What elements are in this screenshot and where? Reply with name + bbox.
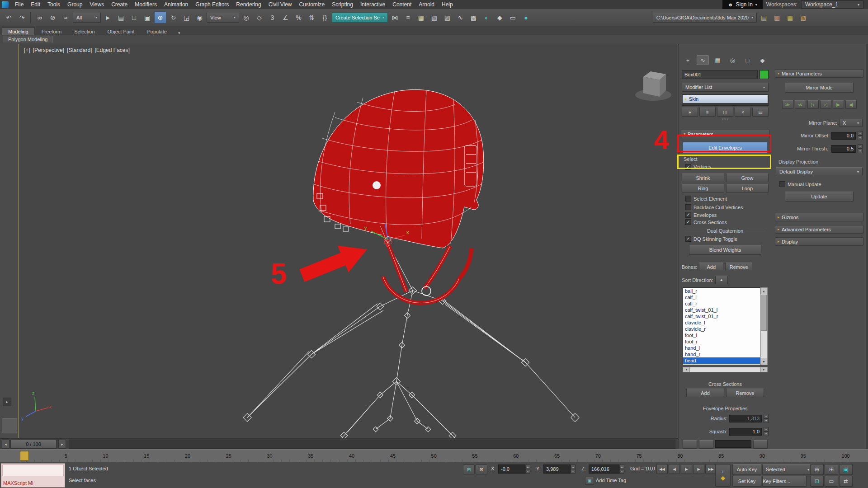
redo-icon[interactable]: ↷ — [16, 11, 28, 23]
ribbon-tab[interactable]: Modeling — [2, 28, 35, 35]
object-color-swatch[interactable] — [760, 70, 769, 79]
play-button[interactable]: ▶ — [681, 464, 692, 474]
bones-scrollbar[interactable]: ▲ ▼ — [760, 287, 768, 365]
select-and-place-icon[interactable]: ◉ — [193, 11, 206, 23]
menu-item[interactable]: Civil View — [265, 0, 296, 9]
cross-section-remove-button[interactable]: Remove — [726, 389, 764, 397]
select-and-move-icon[interactable]: ⊕ — [154, 11, 166, 23]
show-end-result-icon[interactable]: ≡ — [699, 108, 716, 117]
sign-in-button[interactable]: ☻ Sign In ▾ — [722, 0, 763, 9]
hierarchy-tab-icon[interactable]: ▦ — [712, 55, 724, 65]
menu-item[interactable]: Interactive — [357, 0, 389, 9]
mirror-mode-button[interactable]: Mirror Mode — [785, 83, 854, 93]
z-spinner[interactable]: ▴▾ — [619, 465, 624, 474]
ribbon-tab[interactable]: Freeform — [36, 28, 68, 35]
zoom-extents-icon[interactable]: ▣ — [839, 464, 853, 475]
polygon-modeling-panel[interactable]: Polygon Modeling — [3, 36, 53, 43]
previous-frame-button[interactable]: ◀ — [669, 464, 680, 474]
mirror-paste-right-icon[interactable]: ▷ — [807, 100, 819, 109]
spinner-snap-icon[interactable]: ⇅ — [306, 11, 318, 23]
menu-item[interactable]: Views — [86, 0, 108, 9]
set-key-button[interactable]: Set Key — [732, 476, 761, 487]
backface-cull-checkbox[interactable]: Backface Cull Vertices — [680, 204, 770, 210]
set-keys-button[interactable]: + ◆ — [715, 464, 731, 487]
schematic-view-icon[interactable]: ▩ — [467, 11, 480, 23]
maxscript-mini-listener[interactable]: MAXScript Mi — [1, 463, 65, 488]
configure-modifier-sets-icon[interactable]: ▤ — [752, 108, 769, 117]
project-folder-icon[interactable]: ▤ — [758, 11, 770, 23]
mirror-offset-spinner[interactable]: ▴▾ — [858, 131, 863, 140]
viewport-3d-view[interactable]: Y x x z y — [19, 44, 678, 438]
bone-item[interactable]: foot_l — [683, 332, 760, 338]
viewport-shading-menu[interactable]: [Edged Faces] — [94, 47, 129, 53]
advanced-parameters-rollout[interactable]: ▸ Advanced Parameters — [775, 225, 863, 234]
use-pivot-center-icon[interactable]: ◎ — [240, 11, 252, 23]
time-slider-track[interactable] — [69, 440, 675, 449]
menu-item[interactable]: Arnold — [415, 0, 438, 9]
menu-item[interactable]: Help — [438, 0, 457, 9]
mirror-plane-dropdown[interactable]: X ▾ — [839, 119, 863, 127]
curve-editor-icon[interactable]: ∿ — [454, 11, 467, 23]
mirror-bones-left-icon[interactable]: ◀ — [845, 100, 857, 109]
scroll-down-icon[interactable]: ▼ — [760, 358, 767, 365]
zoom-all-icon[interactable]: ⊞ — [825, 464, 838, 475]
panel-toggle-arrow[interactable]: ▸ — [3, 398, 11, 406]
y-spinner[interactable]: ▴▾ — [571, 465, 576, 474]
percent-snap-icon[interactable]: % — [292, 11, 305, 23]
squash-field[interactable]: 1,0 — [729, 428, 762, 436]
bone-item[interactable]: head — [683, 357, 760, 364]
mirror-thresh-spinner[interactable]: ▴▾ — [858, 144, 863, 153]
bone-item[interactable]: calf_twist_01_l — [683, 307, 760, 313]
ring-button[interactable]: Ring — [682, 184, 724, 192]
unlink-selection-icon[interactable]: ⊘ — [47, 11, 59, 23]
ribbon-options-icon[interactable]: ▾ — [176, 31, 182, 35]
viewport[interactable]: [+] [Perspective] [Standard] [Edged Face… — [18, 44, 678, 438]
menu-item[interactable]: Content — [389, 0, 415, 9]
ribbon-toggle-icon[interactable]: ▨ — [441, 11, 453, 23]
update-button[interactable]: Update — [785, 192, 854, 202]
display-tab-icon[interactable]: □ — [741, 55, 754, 65]
mirror-paste-left-icon[interactable]: ◁ — [820, 100, 831, 109]
auto-key-button[interactable]: Auto Key — [732, 464, 761, 475]
bone-item[interactable]: hand_l — [683, 345, 760, 351]
default-display-dropdown[interactable]: Default Display ▾ — [776, 167, 863, 176]
bone-item[interactable]: calf_r — [683, 300, 760, 307]
ribbon-tab[interactable]: Object Paint — [102, 28, 141, 35]
select-object-icon[interactable]: ► — [102, 11, 114, 23]
squash-spinner[interactable]: ▴▾ — [764, 427, 769, 436]
render-setup-icon[interactable]: ◆ — [494, 11, 506, 23]
select-and-rotate-icon[interactable]: ↻ — [167, 11, 179, 23]
ribbon-tab[interactable]: Populate — [141, 28, 172, 35]
bone-item[interactable]: hand_r — [683, 351, 760, 357]
scroll-up-icon[interactable]: ▲ — [760, 288, 767, 294]
menu-item[interactable]: File — [11, 0, 27, 9]
visibility-bulb-icon[interactable]: ● — [684, 97, 687, 101]
open-folder-icon[interactable]: ▥ — [771, 11, 783, 23]
render-production-icon[interactable]: ● — [520, 11, 532, 23]
modifier-stack-item[interactable]: ● Skin — [683, 95, 768, 103]
radius-spinner[interactable]: ▴▾ — [764, 414, 769, 423]
zoom-extents-all-icon[interactable]: ⊡ — [810, 476, 824, 487]
menu-item[interactable]: Group — [64, 0, 86, 9]
mirror-paste-blue-icon[interactable]: ≪ — [795, 100, 806, 109]
next-frame-button[interactable]: ▶ — [693, 464, 704, 474]
project-path-dropdown[interactable]: C:\Users\GIGA\Documents\3ds Max 2020 ▾ — [653, 13, 757, 23]
modify-tab-icon[interactable]: ∿ — [697, 55, 709, 65]
utilities-tab-icon[interactable]: ◆ — [756, 55, 769, 65]
vertices-checkbox[interactable]: ✓ Vertices — [680, 163, 770, 171]
remove-modifier-icon[interactable]: × — [735, 108, 751, 117]
grow-button[interactable]: Grow — [726, 174, 769, 182]
previous-frame-arrow[interactable]: ◂ — [2, 440, 9, 449]
menu-item[interactable]: Rendering — [232, 0, 264, 9]
home-folder-icon[interactable]: ▧ — [797, 11, 809, 23]
ribbon-tab[interactable]: Selection — [68, 28, 100, 35]
menu-item[interactable]: Modifiers — [131, 0, 160, 9]
mirror-thresh-field[interactable]: 0,5 — [831, 145, 856, 153]
sort-direction-dropdown[interactable]: ▲ — [715, 276, 728, 284]
loop-button[interactable]: Loop — [726, 184, 769, 192]
add-bone-button[interactable]: Add — [699, 263, 723, 271]
bind-to-space-warp-icon[interactable]: ≈ — [60, 11, 72, 23]
menu-item[interactable]: Edit — [27, 0, 44, 9]
pin-stack-icon[interactable]: ∗ — [682, 108, 698, 117]
left-strip-button[interactable] — [2, 418, 17, 433]
